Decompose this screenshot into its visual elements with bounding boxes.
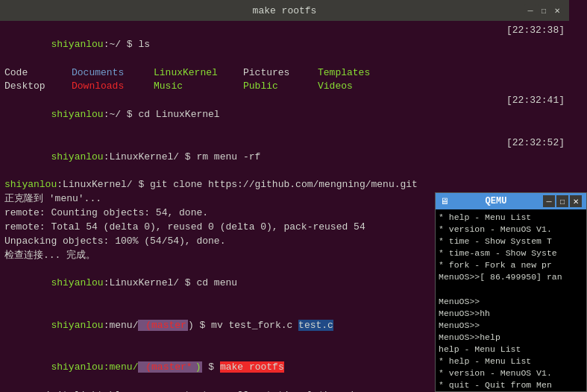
timestamp: [22:32:41] [506,94,565,136]
prompt-user: shiyanlou [51,109,103,120]
file-name: Code [4,66,72,80]
terminal-line: shiyanlou:~/ $ cd LinuxKernel [22:32:41] [4,94,565,136]
highlighted-arg: test.c [298,320,333,331]
qemu-line: MenuOS>>[ 86.499950] ran [439,271,583,283]
file-name: Desktop [4,80,72,94]
timestamp: [22:32:38] [506,24,565,66]
line-content: shiyanlou:menu/ (master*) $ make rootfs [4,347,284,389]
prompt-user: shiyanlou [51,361,103,373]
maximize-button[interactable]: □ [538,4,550,16]
qemu-line: * help - Menu List [439,355,583,367]
qemu-line: * quit - Quit from Men [439,379,583,391]
prompt-user: shiyanlou [4,178,57,192]
file-name: Pictures [243,66,318,80]
qemu-window: 🖥 QEMU ─ □ ✕ * help - Menu List * versio… [435,192,587,392]
qemu-line [439,284,583,296]
terminal-titlebar: make rootfs ─ □ ✕ [0,0,569,21]
prompt-user: shiyanlou [51,151,103,162]
qemu-close-button[interactable]: ✕ [570,195,582,207]
qemu-line: MenuOS>>hh [439,308,583,320]
qemu-content: * help - Menu List * version - MenuOS V1… [436,209,586,391]
line-content: shiyanlou:LinuxKernel/ $ rm menu -rf [4,136,260,179]
file-name: Videos [318,80,353,94]
qemu-title: QEMU [486,196,507,206]
file-name: Documents [72,66,154,80]
prompt-user: shiyanlou [51,277,103,288]
qemu-line: * time-asm - Show Syste [439,247,583,259]
file-name: Music [154,80,243,94]
terminal-line: shiyanlou:~/ $ ls [22:32:38] [4,24,565,66]
qemu-line: MenuOS>> [439,320,583,332]
qemu-line: * time - Show System T [439,235,583,247]
prompt-user: shiyanlou [51,39,103,50]
file-name: Public [243,80,318,94]
branch-label-star: (master* [138,361,193,373]
qemu-titlebar-buttons: ─ □ ✕ [543,195,582,207]
file-name: LinuxKernel [154,66,243,80]
titlebar-buttons: ─ □ ✕ [524,4,563,16]
qemu-line: * version - MenuOS V1. [439,367,583,379]
terminal-line: shiyanlou:LinuxKernel/ $ rm menu -rf [22… [4,136,565,179]
qemu-title-icon: 🖥 [440,196,449,207]
file-name: Templates [318,66,370,80]
branch-label: (master [138,320,187,331]
qemu-line: * help - Menu List [439,212,583,224]
minimize-button[interactable]: ─ [524,4,536,16]
qemu-minimize-button[interactable]: ─ [543,195,555,207]
line-content: shiyanlou:~/ $ ls [4,24,150,66]
qemu-line: * version - MenuOS V1. [439,224,583,235]
timestamp: [22:32:52] [506,136,565,179]
terminal-line: shiyanlou:LinuxKernel/ $ git clone https… [4,178,565,192]
file-name: Downloads [72,80,154,94]
prompt-user: shiyanlou [51,320,103,331]
qemu-titlebar: 🖥 QEMU ─ □ ✕ [436,193,586,209]
qemu-line: MenuOS>>help [439,332,583,344]
terminal-title: make rootfs [253,5,317,16]
terminal-line: Desktop Downloads Music Public Videos [4,80,565,94]
qemu-line: * fork - Fork a new pr [439,259,583,271]
line-content: shiyanlou:menu/ (master) $ mv test_fork.… [4,305,333,347]
qemu-line: MenuOS>> [439,296,583,308]
make-command: make rootfs [220,361,284,373]
qemu-line: help - Menu List [439,344,583,355]
close-button[interactable]: ✕ [551,4,563,16]
line-content: shiyanlou:~/ $ cd LinuxKernel [4,94,220,136]
line-content: shiyanlou:LinuxKernel/ $ cd menu [4,262,237,305]
terminal-line: Code Documents LinuxKernel Pictures Temp… [4,66,565,80]
qemu-maximize-button[interactable]: □ [556,195,568,207]
